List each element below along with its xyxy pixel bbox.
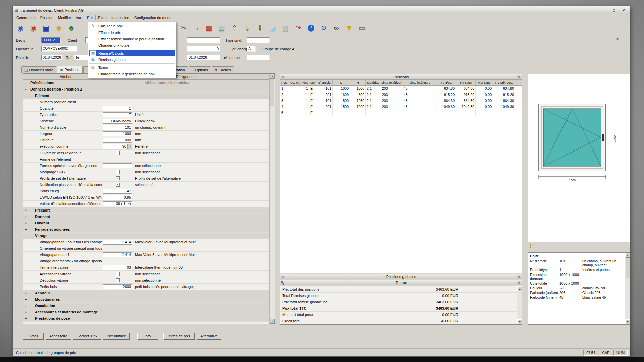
totals-scrollbar[interactable]: ▲ ▼: [517, 286, 522, 324]
scroll-up-icon[interactable]: ▲: [270, 74, 275, 79]
attr-row[interactable]: Formes spéciales avec élargisseurs-non s…: [23, 163, 269, 169]
total-row[interactable]: Total Remises globales0.00 EUR: [280, 293, 522, 299]
checkbox-icon[interactable]: [116, 151, 120, 155]
button-detail[interactable]: Détail: [23, 333, 44, 340]
menu-item-vue[interactable]: Vue: [73, 15, 85, 20]
col-header-teinte-interieure[interactable]: Teinte intérieure: [402, 80, 436, 85]
attr-row[interactable]: Quantité1: [23, 105, 269, 112]
attr-category-row[interactable]: +Ferrage et poignées: [23, 226, 269, 233]
prix-menu-item-effacer-le-prix[interactable]: Effacer le prix: [89, 29, 175, 36]
devis-field[interactable]: 0000121: [41, 37, 61, 43]
warning-icon[interactable]: !: [530, 243, 531, 249]
tab-options[interactable]: ◔Options: [189, 66, 211, 73]
col-header-pv-n-pc[interactable]: PV-N/pc: [456, 80, 476, 85]
value-field[interactable]: 11414: [103, 252, 132, 257]
expand-toggle-icon[interactable]: +: [23, 315, 29, 321]
col-header-piece[interactable]: Pièce: [300, 80, 309, 85]
total-row[interactable]: Prix total TTC3463.60 EUR: [280, 305, 522, 312]
interne-field[interactable]: [247, 55, 270, 60]
attr-category-row[interactable]: -Vitrage: [23, 233, 269, 239]
restore-icon[interactable]: □: [610, 7, 618, 13]
value-field[interactable]: 1000: [103, 131, 132, 136]
attr-row[interactable]: Déduction vitragenon sélectionné: [23, 277, 269, 284]
attr-category-row[interactable]: -Données position - Position 1: [23, 86, 269, 93]
menu-item-extra[interactable]: Extra: [96, 15, 109, 20]
tab-donnees-ordre[interactable]: ▤Données ordre: [21, 66, 56, 73]
refresh-icon[interactable]: ↻: [319, 23, 329, 33]
total-row[interactable]: Crédit total-0.00 EUR: [280, 318, 522, 324]
search-binoculars-icon[interactable]: ∞: [331, 23, 341, 33]
value-field[interactable]: 90: [103, 144, 128, 149]
col-header-materiau[interactable]: Matériau: [366, 80, 381, 85]
attr-category-row[interactable]: +Accessoires et matériel de montage: [23, 309, 269, 315]
attr-row[interactable]: Notification plus-values liées à la comm…: [23, 182, 269, 188]
positions-row[interactable]: 41E201150010002-1203451049.301049.300.00…: [280, 104, 522, 110]
attr-row[interactable]: Marquage SKGnon sélectionné: [23, 169, 269, 175]
close-icon[interactable]: ✕: [620, 7, 628, 13]
col-header-mo-n-pc[interactable]: MO-N/pc: [476, 80, 493, 85]
value-field[interactable]: FIN-Window: [103, 119, 132, 124]
attr-category-row[interactable]: +Occultation: [23, 303, 269, 309]
attr-row[interactable]: Hauteur1000mm: [23, 137, 269, 143]
expand-toggle-icon[interactable]: -: [23, 93, 29, 99]
attr-row[interactable]: Forme de l'élément: [23, 156, 269, 163]
info-scrollbar[interactable]: ▲ ▼: [625, 253, 630, 324]
button-correct-prix[interactable]: Correct. Prix: [73, 333, 101, 340]
attr-category-row[interactable]: +Précadre: [23, 207, 269, 214]
customers-icon[interactable]: ☻: [54, 23, 64, 33]
expand-toggle-icon[interactable]: +: [23, 226, 29, 232]
positions-row[interactable]: 5E: [280, 110, 522, 116]
attr-row[interactable]: Vitrage/panneau pour tous les champs1141…: [23, 239, 269, 245]
prix-menu-item-remises-globales[interactable]: %Remises globales: [89, 56, 175, 63]
col-header-n-article[interactable]: N° article: [316, 80, 333, 85]
total-row[interactable]: Montant total pose.0.00 EUR: [280, 312, 522, 318]
value-field[interactable]: E: [103, 112, 132, 117]
col-header-h[interactable]: H: [350, 80, 366, 85]
attr-row[interactable]: Petits-bois2600petit bois collés pour do…: [23, 284, 269, 290]
col-header-pa-n-pc[interactable]: PA-N/pc.: [436, 80, 456, 85]
attr-row[interactable]: Valeur d'isolation acoustique élément38 …: [23, 201, 269, 207]
checkbox-checked-icon[interactable]: ✓: [116, 176, 120, 180]
checkbox-icon[interactable]: [116, 170, 120, 174]
open-quote-icon[interactable]: ◉: [28, 23, 38, 33]
blue-asterisk-icon[interactable]: *: [616, 37, 619, 42]
total-row[interactable]: Prix total des positions3463.60 EUR: [280, 286, 522, 293]
col-header-pv-prix-pos[interactable]: PV prix-pos.: [493, 80, 515, 85]
contacts-icon[interactable]: ☻: [66, 23, 76, 33]
prix-menu-item-remise-calculs[interactable]: ▦Remise/Calculs: [89, 50, 175, 56]
attr-category-row[interactable]: +Dormant: [23, 214, 269, 220]
button-info[interactable]: Info: [137, 333, 158, 340]
attr-category-row[interactable]: -Présélections<Sélectionnez le modèle>: [23, 80, 269, 86]
expand-toggle-icon[interactable]: +: [23, 296, 29, 302]
date-de-field[interactable]: 01.04.2026: [41, 55, 63, 60]
attr-row[interactable]: Largeur1000mm: [23, 131, 269, 137]
value-field[interactable]: 2600: [103, 284, 132, 289]
button-alternative[interactable]: Alternative: [197, 333, 221, 340]
cube-icon[interactable]: ▧: [280, 23, 290, 33]
menu-item-commande[interactable]: Commande: [14, 15, 38, 20]
tab-positions[interactable]: ▦Positions: [57, 66, 83, 73]
button-prix-unitaire[interactable]: Prix unitaire: [103, 333, 130, 340]
expand-toggle-icon[interactable]: +: [23, 290, 29, 296]
checkbox-icon[interactable]: [116, 278, 120, 282]
expand-toggle-icon[interactable]: -: [23, 233, 29, 239]
prix-menu-item-effacer-remise-manuelle-pour-la-position[interactable]: Effacer remise manuelle pour la position: [89, 36, 175, 42]
value-field[interactable]: 1000: [103, 138, 132, 143]
operateur-field[interactable]: COMPOSER002: [41, 46, 77, 52]
value-field[interactable]: -: [103, 163, 132, 168]
attr-row[interactable]: Ouverture vers l'extérieurnon sélectionn…: [23, 150, 269, 156]
attr-row[interactable]: Numéro d'article101un champ, ouvrant: [23, 124, 269, 131]
package-icon[interactable]: ▦: [217, 23, 227, 33]
date-2-field[interactable]: 01.04.2026: [187, 55, 220, 60]
attr-category-row[interactable]: +Prestations de pose: [23, 315, 269, 322]
expand-toggle-icon[interactable]: -: [23, 86, 29, 92]
totaux-close-icon[interactable]: ×: [517, 281, 521, 285]
value-field[interactable]: 11414: [103, 240, 132, 245]
value-field[interactable]: 47: [103, 189, 132, 194]
monitor-icon[interactable]: ▭: [357, 23, 367, 33]
attr-row[interactable]: Teinte intercalaire03Intercalaire thermi…: [23, 264, 269, 271]
forward-icon[interactable]: →: [191, 23, 201, 33]
cut-icon[interactable]: ✂: [178, 23, 189, 33]
combo-arrow-icon[interactable]: ▼: [128, 144, 132, 149]
assign-icon[interactable]: ▦: [204, 23, 214, 33]
